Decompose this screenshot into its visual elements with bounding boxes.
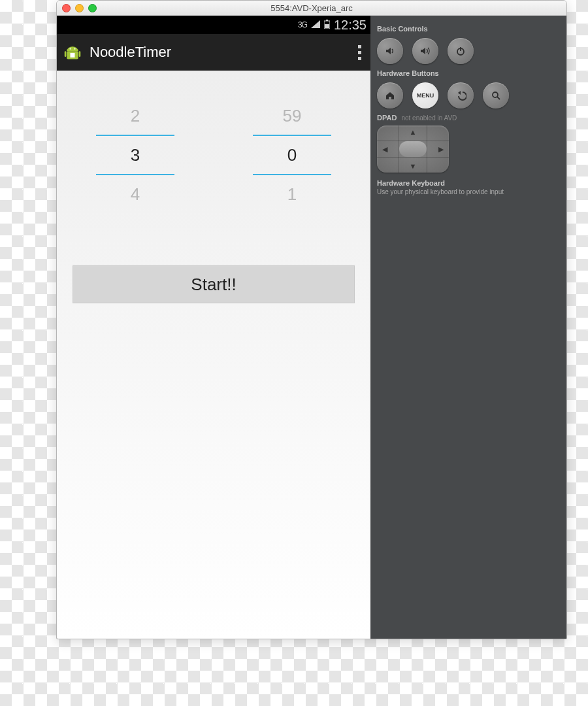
battery-icon [324,20,330,31]
back-button[interactable] [448,82,474,109]
svg-line-12 [497,97,500,99]
start-button-label: Start!! [191,275,236,295]
dpad: ▲ ▼ ◀ ▶ [377,126,449,173]
window-title: 5554:AVD-Xperia_arc [57,3,566,13]
svg-rect-2 [325,24,329,28]
hardware-keyboard-subtitle: Use your physical keyboard to provide in… [377,188,560,195]
signal-icon [311,20,320,30]
app-icon [63,43,82,61]
seconds-next[interactable]: 1 [253,175,331,213]
device-screen: 3G 12:35 [57,16,370,639]
svg-rect-8 [71,53,75,58]
svg-point-7 [74,48,75,50]
android-status-bar: 3G 12:35 [57,16,370,34]
svg-rect-10 [460,47,461,51]
svg-rect-4 [65,51,67,57]
svg-point-11 [493,92,498,97]
basic-controls-row [377,38,560,64]
basic-controls-label: Basic Controls [377,25,560,33]
volume-up-button[interactable] [412,38,438,64]
search-button[interactable] [483,82,509,109]
hardware-buttons-row: MENU [377,82,560,109]
minutes-next[interactable]: 4 [96,175,174,213]
dpad-down[interactable]: ▼ [410,162,417,170]
seconds-prev[interactable]: 59 [253,97,331,135]
dpad-center[interactable] [399,141,427,157]
volume-down-button[interactable] [377,38,403,64]
svg-point-6 [69,48,71,50]
titlebar[interactable]: 5554:AVD-Xperia_arc [57,1,566,16]
clock: 12:35 [334,18,367,33]
network-type-icon: 3G [298,20,307,29]
start-button[interactable]: Start!! [73,265,355,303]
overflow-menu-button[interactable] [355,42,364,63]
number-pickers: 2 3 4 59 0 1 [96,97,331,213]
power-button[interactable] [448,38,474,64]
menu-button[interactable]: MENU [412,82,438,109]
hardware-keyboard-title: Hardware Keyboard [377,179,560,187]
minutes-current[interactable]: 3 [96,135,174,175]
dpad-section-label: DPAD not enabled in AVD [377,114,560,122]
seconds-current[interactable]: 0 [253,135,331,175]
dpad-up[interactable]: ▲ [410,128,417,136]
svg-rect-5 [79,51,81,57]
action-bar: NoodleTimer [57,34,370,71]
minutes-picker[interactable]: 2 3 4 [96,97,174,213]
app-content: 2 3 4 59 0 1 Start!! [57,71,370,639]
home-button[interactable] [377,82,403,109]
emulator-side-panel: Basic Controls Hardware Buttons MENU [370,16,566,639]
dpad-right[interactable]: ▶ [438,145,444,154]
dpad-left[interactable]: ◀ [382,145,387,154]
mac-window: 5554:AVD-Xperia_arc 3G 12:35 [56,0,567,639]
hardware-buttons-label: Hardware Buttons [377,69,560,77]
seconds-picker[interactable]: 59 0 1 [253,97,331,213]
emulator-body: 3G 12:35 [57,16,566,639]
app-title: NoodleTimer [90,44,171,61]
minutes-prev[interactable]: 2 [96,97,174,135]
